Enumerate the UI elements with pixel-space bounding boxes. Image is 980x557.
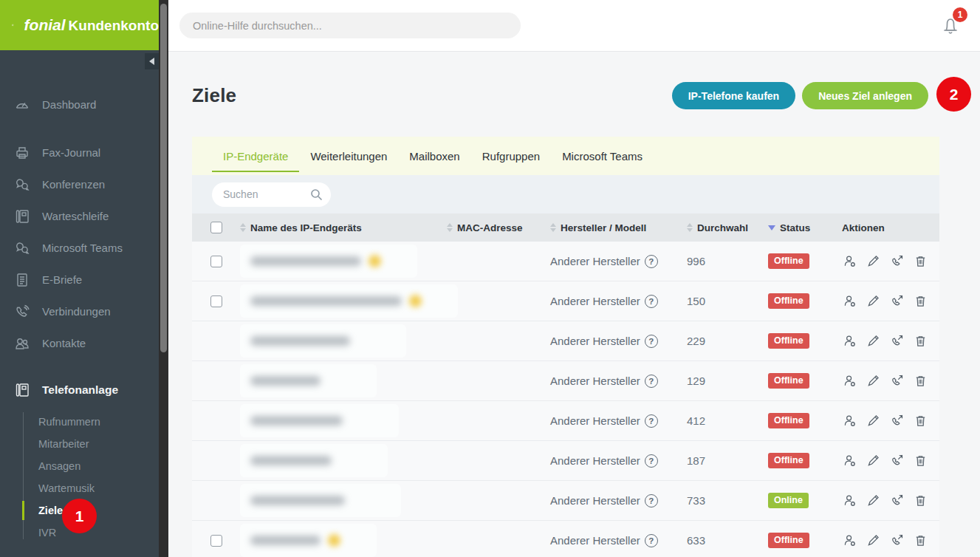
sidebar-scrollbar[interactable] [159,0,168,557]
call-forward-icon[interactable] [889,333,905,349]
neues-ziel-anlegen-button[interactable]: Neues Ziel anlegen [802,82,928,109]
sidebar-item-dashboard[interactable]: Dashboard [0,89,159,120]
help-question-icon[interactable]: ? [645,534,658,547]
table-row[interactable]: Anderer Hersteller ? 229 Offline [192,321,939,361]
assign-user-icon[interactable] [842,333,857,349]
edit-icon[interactable] [866,333,881,349]
sidebar-item-verbindungen[interactable]: Verbindungen [0,295,159,327]
assign-user-icon[interactable] [842,373,857,389]
sidebar-subitem-label: Ansagen [38,460,80,472]
status-badge: Offline [768,453,809,468]
brand-logo[interactable]: fonialKundenkonto [0,0,159,50]
fax-icon [13,144,31,162]
tab-mailboxen[interactable]: Mailboxen [398,137,470,175]
help-question-icon[interactable]: ? [645,375,658,388]
edit-icon[interactable] [866,373,881,389]
help-question-icon[interactable]: ? [645,295,658,308]
help-question-icon[interactable]: ? [645,335,658,348]
sidebar-collapse-button[interactable] [145,53,159,69]
tab-weiterleitungen[interactable]: Weiterleitungen [299,137,398,175]
help-search-input[interactable] [179,13,521,38]
sidebar-item-wartemusik[interactable]: Wartemusik [0,477,159,499]
ip-telefone-kaufen-button[interactable]: IP-Telefone kaufen [672,82,795,109]
row-actions [842,413,939,428]
assign-user-icon[interactable] [842,293,857,309]
assign-user-icon[interactable] [842,493,857,508]
delete-icon[interactable] [913,453,928,468]
col-name: Name des IP-Endgeräts [250,222,362,233]
row-checkbox-cell [192,256,240,267]
call-forward-icon[interactable] [889,253,905,269]
redacted-device-name [250,256,361,266]
scrollbar-thumb[interactable] [160,4,167,352]
help-question-icon[interactable]: ? [645,494,658,508]
assign-user-icon[interactable] [842,253,857,269]
sidebar-item-konferenzen[interactable]: Konferenzen [0,168,159,200]
select-all-checkbox[interactable] [210,222,222,233]
table-row[interactable]: Anderer Hersteller ? 996 Offline [192,242,939,281]
sidebar-item-ansagen[interactable]: Ansagen [0,455,159,477]
call-forward-icon[interactable] [889,373,905,389]
table-row[interactable]: Anderer Hersteller ? 129 Offline [192,361,939,401]
help-question-icon[interactable]: ? [645,255,658,268]
assign-user-icon[interactable] [842,453,857,468]
delete-icon[interactable] [913,533,928,548]
edit-icon[interactable] [866,253,881,269]
row-checkbox[interactable] [210,295,222,307]
vendor-label: Anderer Hersteller [550,534,640,547]
tab-microsoft-teams[interactable]: Microsoft Teams [551,137,654,175]
row-checkbox[interactable] [210,256,222,267]
call-forward-icon[interactable] [889,293,905,309]
help-question-icon[interactable]: ? [645,414,658,428]
delete-icon[interactable] [913,373,928,389]
sidebar-item-microsoft-teams[interactable]: Microsoft Teams [0,232,159,264]
delete-icon[interactable] [913,413,928,428]
status-badge: Offline [768,373,809,389]
sidebar-item-e-briefe[interactable]: E-Briefe [0,264,159,295]
delete-icon[interactable] [913,333,928,349]
call-forward-icon[interactable] [889,493,905,508]
sidebar-item-kontakte[interactable]: Kontakte [0,327,159,359]
delete-icon[interactable] [913,253,928,269]
assign-user-icon[interactable] [842,413,857,428]
tab-rufgruppen[interactable]: Rufgruppen [471,137,551,175]
call-forward-icon[interactable] [889,533,905,548]
sort-mac[interactable] [447,223,453,232]
edit-icon[interactable] [866,493,881,508]
pbx-phone-icon [13,381,31,399]
sidebar-item-warteschleife[interactable]: Warteschleife [0,200,159,232]
edit-icon[interactable] [866,293,881,309]
col-aktionen: Aktionen [842,222,885,233]
row-checkbox[interactable] [210,535,222,547]
row-checkbox-cell [192,535,240,547]
sidebar-item-telefonanlage[interactable]: Telefonanlage [0,375,159,405]
table-row[interactable]: Anderer Hersteller ? 633 Offline [192,521,939,557]
redacted-emoji [328,534,340,547]
notifications-button[interactable]: 1 [938,13,963,38]
sort-durchwahl[interactable] [687,223,693,232]
sidebar-item-mitarbeiter[interactable]: Mitarbeiter [0,433,159,455]
edit-icon[interactable] [866,453,881,468]
delete-icon[interactable] [913,493,928,508]
table-row[interactable]: Anderer Hersteller ? 733 Online [192,481,939,521]
contacts-icon [13,335,31,352]
table-row[interactable]: Anderer Hersteller ? 150 Offline [192,281,939,321]
sidebar-item-fax-journal[interactable]: Fax-Journal [0,137,159,168]
call-forward-icon[interactable] [889,453,905,468]
sort-status-desc-icon[interactable] [768,225,775,230]
table-row[interactable]: Anderer Hersteller ? 187 Offline [192,441,939,481]
sort-vendor[interactable] [550,223,556,232]
tab-ip-endger-te[interactable]: IP-Endgeräte [212,137,299,175]
call-forward-icon[interactable] [889,413,905,428]
delete-icon[interactable] [913,293,928,309]
table-row[interactable]: Anderer Hersteller ? 412 Offline [192,401,939,441]
help-question-icon[interactable]: ? [645,454,658,468]
assign-user-icon[interactable] [842,533,857,548]
edit-icon[interactable] [866,413,881,428]
sort-name[interactable] [240,223,246,232]
vendor-label: Anderer Hersteller [550,454,640,467]
edit-icon[interactable] [866,533,881,548]
table-body: Anderer Hersteller ? 996 Offline [192,242,939,557]
status-badge: Offline [768,293,809,309]
sidebar-item-rufnummern[interactable]: Rufnummern [0,411,159,433]
